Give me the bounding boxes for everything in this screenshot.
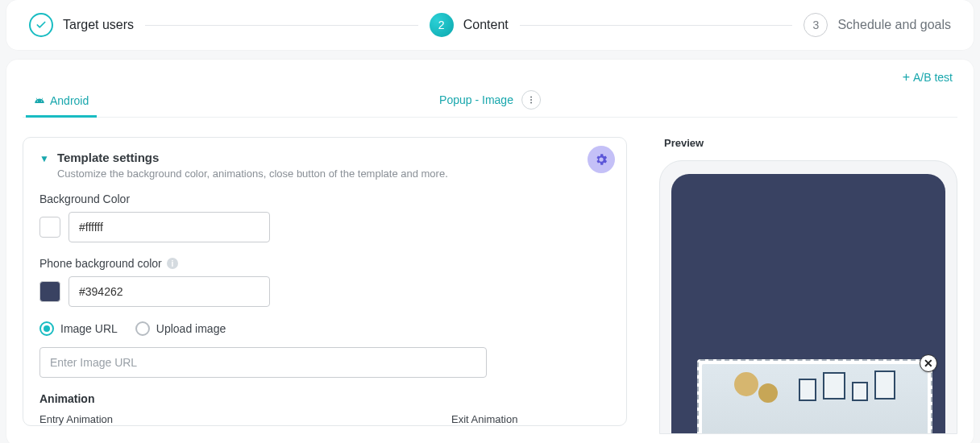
image-source-radio-group: Image URL Upload image [39,321,610,336]
add-ab-test-link[interactable]: + A/B test [903,71,953,84]
svg-point-0 [530,97,532,98]
caret-down-icon: ▼ [39,153,49,164]
field-label: Phone background color [39,257,162,270]
template-type-label[interactable]: Popup - Image [439,93,513,106]
step-label: Target users [63,18,134,32]
radio-label: Image URL [60,322,118,335]
panel-title: Template settings [57,151,448,164]
progress-stepper: Target users 2 Content 3 Schedule and go… [6,0,974,50]
panel-subtitle: Customize the background color, animatio… [57,168,448,180]
phone-bg-color-input[interactable] [69,276,270,307]
entry-animation-label: Entry Animation [39,413,113,425]
image-url-field [39,347,610,378]
plus-icon: + [903,71,910,84]
phone-bg-color-field: Phone background color i [39,257,610,307]
android-icon [34,95,45,106]
info-icon[interactable]: i [167,258,178,269]
check-icon [29,13,53,37]
animation-section-title: Animation [39,392,610,405]
step-number-badge: 2 [430,13,454,37]
decor [852,382,868,401]
image-url-input[interactable] [39,347,487,378]
background-color-input[interactable] [69,212,270,242]
field-label: Background Color [39,193,610,205]
step-number-badge: 3 [804,13,828,37]
popup-preview-frame[interactable]: ✕ [697,359,932,433]
step-label: Content [463,18,509,32]
decor [734,372,758,396]
step-content[interactable]: 2 Content [430,13,509,37]
popup-image-preview [702,364,928,433]
radio-unchecked-icon [135,321,150,336]
tab-label: Android [50,94,89,107]
phone-bg-color-swatch[interactable] [39,281,60,302]
phone-preview-screen: ✕ [671,174,945,433]
content-card: + A/B test Android Popup - Image [6,60,974,443]
decor [758,383,778,403]
step-label: Schedule and goals [837,18,951,32]
radio-checked-icon [39,321,54,336]
svg-point-2 [530,102,532,104]
template-options-button[interactable] [521,90,541,110]
ab-test-label: A/B test [913,71,953,84]
tab-android[interactable]: Android [26,88,97,118]
step-divider [520,25,793,26]
background-color-field: Background Color [39,193,610,242]
step-target-users[interactable]: Target users [29,13,134,37]
phone-preview-shell: ✕ [659,160,957,434]
decor [799,379,816,401]
step-divider [145,25,418,26]
step-schedule-goals[interactable]: 3 Schedule and goals [804,13,951,37]
background-color-swatch[interactable] [39,217,60,238]
image-url-radio[interactable]: Image URL [39,321,118,336]
decor [874,371,895,400]
dots-vertical-icon [526,95,536,105]
svg-point-1 [530,99,532,101]
exit-animation-label: Exit Animation [451,413,517,425]
preview-label: Preview [664,137,957,149]
template-type-control: Popup - Image [439,90,541,110]
radio-label: Upload image [156,322,226,335]
upload-image-radio[interactable]: Upload image [135,321,226,336]
decor [823,372,845,400]
panel-header[interactable]: ▼ Template settings Customize the backgr… [39,151,610,180]
platform-tab-bar: Android Popup - Image [23,89,957,118]
template-settings-panel: ▼ Template settings Customize the backgr… [23,137,627,426]
gear-icon [588,146,615,173]
close-icon[interactable]: ✕ [920,354,937,372]
